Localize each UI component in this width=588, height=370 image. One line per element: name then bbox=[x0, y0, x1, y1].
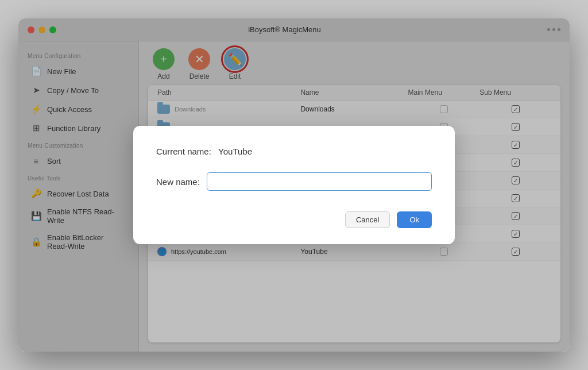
current-name-value: YouTube bbox=[218, 147, 252, 156]
app-window: iBoysoft® MagicMenu Menu Configuration 📄… bbox=[18, 18, 570, 352]
ok-button[interactable]: Ok bbox=[397, 211, 432, 228]
cancel-button[interactable]: Cancel bbox=[345, 211, 390, 228]
modal-buttons: Cancel Ok bbox=[156, 211, 432, 228]
new-name-input[interactable] bbox=[207, 172, 432, 191]
rename-dialog: Current name: YouTube New name: Cancel O… bbox=[133, 126, 455, 244]
modal-overlay: Current name: YouTube New name: Cancel O… bbox=[18, 18, 570, 352]
current-name-display: Current name: YouTube bbox=[156, 147, 432, 156]
current-name-label: Current name: bbox=[156, 147, 211, 156]
new-name-label: New name: bbox=[156, 177, 200, 187]
new-name-row: New name: bbox=[156, 172, 432, 191]
